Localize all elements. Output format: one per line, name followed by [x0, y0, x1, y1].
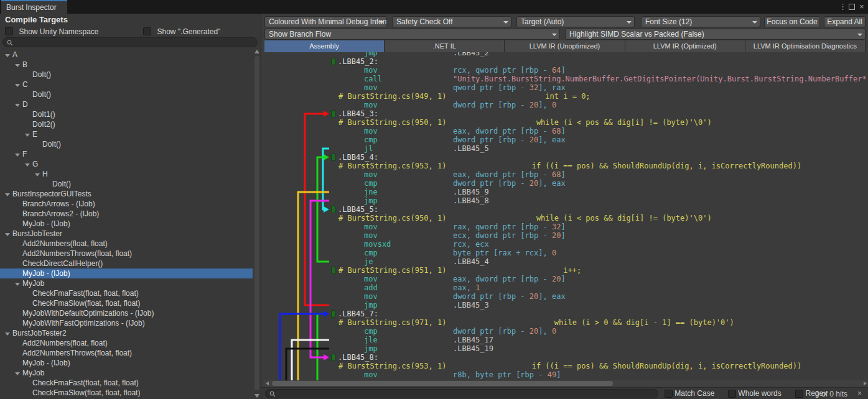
button-focus-on-code[interactable]: Focus on Code — [764, 16, 820, 27]
chevron-down-icon — [503, 21, 508, 24]
tree-item-doit[interactable]: DoIt() — [0, 139, 253, 149]
find-bar: Match Case Whole words Regex 0 of 0 hits… — [261, 387, 868, 399]
tree-item-checkfmafast-float-float-float[interactable]: CheckFmaFast(float, float, float) — [0, 288, 253, 298]
tree-item-doit1[interactable]: DoIt1() — [0, 109, 253, 119]
tree-item-add2numbers-float-float[interactable]: Add2Numbers(float, float) — [0, 338, 253, 348]
tab-llvm-ir-optimized[interactable]: LLVM IR (Optimized) — [625, 40, 745, 52]
foldout-expanded-icon[interactable] — [15, 154, 20, 157]
asm-mnemonic: mov — [364, 83, 378, 92]
close-icon[interactable]: × — [859, 2, 864, 11]
scroll-down-icon[interactable] — [254, 394, 259, 398]
tree-item-b[interactable]: B — [0, 60, 253, 70]
tree-item-checkfmaslow-float-float-float[interactable]: CheckFmaSlow(float, float, float) — [0, 298, 253, 308]
tree-item-checkfmafast-float-float-float[interactable]: CheckFmaFast(float, float, float) — [0, 378, 253, 388]
button-expand-all[interactable]: Expand All — [824, 16, 866, 27]
tab-net-il[interactable]: .NET IL — [385, 40, 505, 52]
show-generated-toggle[interactable]: Show ".Generated" — [143, 25, 220, 34]
scroll-right-icon[interactable] — [864, 382, 867, 385]
foldout-expanded-icon[interactable] — [15, 64, 20, 67]
asm-label-line: .LBB45_8: — [264, 353, 868, 362]
foldout-expanded-icon[interactable] — [35, 173, 40, 177]
dropdown-highlight-simd-scalar-vs-packed-false[interactable]: Highlight SIMD Scalar vs Packed (False) — [565, 29, 866, 40]
tree-item-f[interactable]: F — [0, 149, 253, 159]
foldout-expanded-icon[interactable] — [5, 332, 10, 336]
asm-operands: r8b, byte ptr [rbp - 49] — [453, 370, 561, 379]
tree-item-a[interactable]: A — [0, 50, 253, 60]
foldout-expanded-icon[interactable] — [5, 54, 10, 57]
find-input[interactable] — [265, 389, 658, 398]
tree-item-h[interactable]: H — [0, 169, 253, 179]
tree-item-myjobwithfastoptimizations-ijob[interactable]: MyJobWithFastOptimizations - (IJob) — [0, 318, 253, 328]
tree-item-brancharrows-ijob[interactable]: BranchArrows - (IJob) — [0, 199, 253, 209]
find-close-icon[interactable]: × — [857, 389, 862, 398]
find-option-match-case[interactable]: Match Case — [665, 389, 714, 398]
checkbox-icon[interactable] — [728, 390, 736, 398]
tab-llvm-ir-optimisation-diagnostics[interactable]: LLVM IR Optimisation Diagnostics — [745, 40, 866, 52]
tree-item-myjobwithdefaultoptimizations-ijob[interactable]: MyJobWithDefaultOptimizations - (IJob) — [0, 308, 253, 318]
tree-item-label: DoIt() — [32, 90, 51, 99]
tree-item-label: DoIt1() — [32, 110, 55, 119]
tree-item-add2numbers-float-float[interactable]: Add2Numbers(float, float) — [0, 239, 253, 249]
sidebar-scrollbar[interactable] — [253, 48, 261, 398]
asm-mnemonic: mov — [364, 170, 378, 179]
tree-item-checkfmaslow-float-float-float[interactable]: CheckFmaSlow(float, float, float) — [0, 388, 253, 398]
dropdown-show-branch-flow[interactable]: Show Branch Flow — [264, 29, 560, 40]
source-comment: # BurstString.cs(953, 1) if ((i == pos) … — [338, 362, 801, 370]
foldout-expanded-icon[interactable] — [25, 134, 30, 137]
tree-item-doit[interactable]: DoIt() — [0, 70, 253, 80]
tree-item-doit[interactable]: DoIt() — [0, 89, 253, 99]
foldout-expanded-icon[interactable] — [5, 193, 10, 196]
scroll-left-icon[interactable] — [266, 382, 269, 385]
maximize-icon[interactable] — [849, 4, 855, 10]
tree-item-myjob[interactable]: MyJob — [0, 278, 253, 288]
scroll-up-icon[interactable] — [254, 50, 259, 53]
window-title: Burst Inspector — [6, 3, 57, 12]
tree-item-myjob-ijob[interactable]: MyJob - (IJob) — [0, 358, 253, 368]
show-unity-namespace-toggle[interactable]: Show Unity Namespace — [5, 25, 99, 34]
dropdown-target-auto[interactable]: Target (Auto) — [516, 16, 635, 27]
tree-item-brancharrows2-ijob[interactable]: BranchArrows2 - (IJob) — [0, 209, 253, 219]
foldout-expanded-icon[interactable] — [15, 372, 20, 375]
code-horizontal-scrollbar[interactable] — [264, 380, 868, 387]
tab-llvm-ir-unoptimized[interactable]: LLVM IR (Unoptimized) — [505, 40, 625, 52]
tree-item-d[interactable]: D — [0, 99, 253, 109]
dropdown-coloured-with-minimal-debug-information[interactable]: Coloured With Minimal Debug Information — [264, 16, 387, 27]
tree-item-e[interactable]: E — [0, 129, 253, 139]
scrollbar-thumb[interactable] — [254, 56, 259, 390]
tree-item-myjob-ijob[interactable]: MyJob - (IJob) — [0, 268, 253, 278]
tree-item-g[interactable]: G — [0, 159, 253, 169]
tree-item-burstjobtester2[interactable]: BurstJobTester2 — [0, 328, 253, 338]
asm-operands: dword ptr [rbp - 20], eax — [453, 179, 566, 188]
foldout-expanded-icon[interactable] — [15, 283, 20, 286]
foldout-expanded-icon[interactable] — [5, 233, 10, 236]
dropdown-font-size-12[interactable]: Font Size (12) — [641, 16, 760, 27]
checkbox-icon[interactable] — [795, 390, 803, 398]
tree-item-add2numbersthrows-float-float[interactable]: Add2NumbersThrows(float, float) — [0, 348, 253, 358]
checkbox-icon[interactable] — [143, 27, 151, 35]
dropdown-safety-check-off[interactable]: Safety Check Off — [392, 16, 511, 27]
tree-item-doit[interactable]: DoIt() — [0, 179, 253, 189]
foldout-expanded-icon[interactable] — [15, 84, 20, 87]
tree-item-checkdirectcallhelper[interactable]: CheckDirectCallHelper() — [0, 259, 253, 268]
foldout-expanded-icon[interactable] — [15, 104, 20, 107]
window-menu-icon[interactable]: ⋮ — [839, 2, 847, 11]
asm-operands: eax, dword ptr [rbp - 68] — [453, 127, 566, 135]
asm-operands: rcx, ecx — [453, 240, 489, 249]
foldout-expanded-icon[interactable] — [25, 163, 30, 167]
tree-item-burstjobtester[interactable]: BurstJobTester — [0, 229, 253, 239]
find-option-whole-words[interactable]: Whole words — [728, 389, 782, 398]
tree-item-add2numbersthrows-float-float[interactable]: Add2NumbersThrows(float, float) — [0, 249, 253, 259]
scrollbar-thumb[interactable] — [272, 381, 613, 386]
tree-item-doit2[interactable]: DoIt2() — [0, 119, 253, 129]
assembly-code-view[interactable]: jmp.LBB45_2.LBB45_2:movrcx, qword ptr [r… — [264, 52, 868, 380]
targets-search-input[interactable] — [2, 37, 258, 47]
checkbox-icon[interactable] — [665, 390, 673, 398]
tab-assembly[interactable]: Assembly — [264, 40, 385, 52]
checkbox-icon[interactable] — [5, 27, 13, 35]
asm-operands: .LBB45_4 — [453, 257, 489, 266]
tree-item-burstinspectorguitests[interactable]: BurstInspectorGUITests — [0, 189, 253, 199]
tree-item-myjob-ijob[interactable]: MyJob - (IJob) — [0, 219, 253, 229]
tree-item-myjob[interactable]: MyJob — [0, 368, 253, 378]
window-tab-burst-inspector[interactable]: Burst Inspector — [1, 0, 67, 14]
tree-item-c[interactable]: C — [0, 80, 253, 89]
